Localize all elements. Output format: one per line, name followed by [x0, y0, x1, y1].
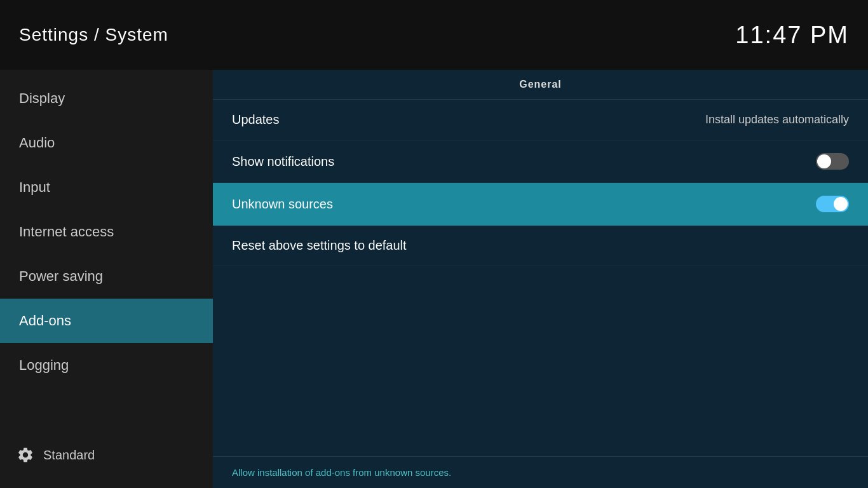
toggle-knob-show-notifications	[817, 154, 831, 168]
gear-icon	[17, 446, 34, 464]
settings-row-label-show-notifications: Show notifications	[232, 154, 334, 169]
sidebar-footer[interactable]: Standard	[0, 435, 213, 475]
settings-row-updates[interactable]: UpdatesInstall updates automatically	[213, 100, 868, 140]
section-header: General	[213, 70, 868, 100]
toggle-unknown-sources[interactable]	[816, 196, 849, 212]
settings-row-show-notifications[interactable]: Show notifications	[213, 140, 868, 183]
header: Settings / System 11:47 PM	[0, 0, 868, 70]
sidebar-item-logging[interactable]: Logging	[0, 343, 213, 388]
settings-row-unknown-sources[interactable]: Unknown sources	[213, 183, 868, 226]
sidebar-item-input[interactable]: Input	[0, 165, 213, 210]
settings-level-label: Standard	[43, 448, 95, 463]
sidebar-item-power-saving[interactable]: Power saving	[0, 254, 213, 299]
settings-row-label-reset-settings: Reset above settings to default	[232, 238, 407, 253]
main-layout: DisplayAudioInputInternet accessPower sa…	[0, 70, 868, 488]
sidebar-item-display[interactable]: Display	[0, 76, 213, 121]
clock: 11:47 PM	[735, 22, 849, 49]
sidebar-item-audio[interactable]: Audio	[0, 121, 213, 165]
content-area: General UpdatesInstall updates automatic…	[213, 70, 868, 488]
toggle-show-notifications[interactable]	[816, 153, 849, 170]
sidebar: DisplayAudioInputInternet accessPower sa…	[0, 70, 213, 488]
settings-row-label-unknown-sources: Unknown sources	[232, 197, 333, 212]
content-footer-hint: Allow installation of add-ons from unkno…	[213, 456, 868, 488]
settings-row-reset-settings[interactable]: Reset above settings to default	[213, 226, 868, 266]
settings-row-label-updates: Updates	[232, 112, 280, 127]
sidebar-nav: DisplayAudioInputInternet accessPower sa…	[0, 70, 213, 388]
sidebar-item-add-ons[interactable]: Add-ons	[0, 299, 213, 343]
toggle-knob-unknown-sources	[834, 197, 848, 211]
settings-row-value-updates: Install updates automatically	[705, 113, 849, 126]
page-title: Settings / System	[19, 25, 168, 45]
sidebar-item-internet-access[interactable]: Internet access	[0, 210, 213, 254]
content-body: General UpdatesInstall updates automatic…	[213, 70, 868, 456]
